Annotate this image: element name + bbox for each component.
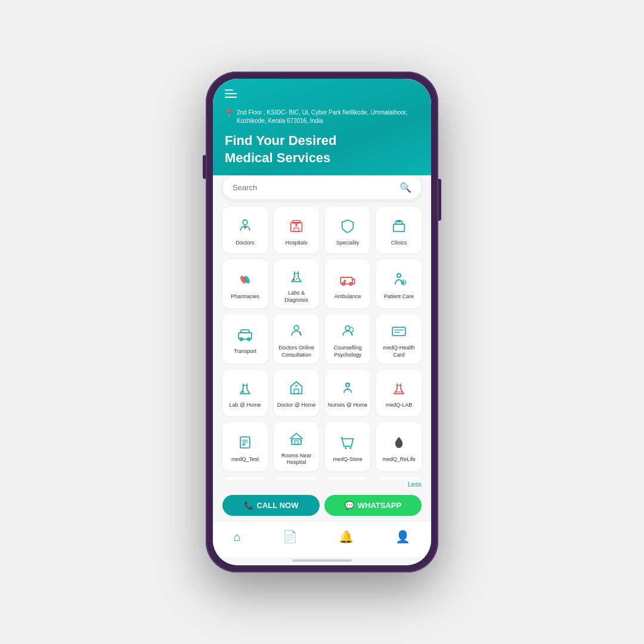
nav-document[interactable]: 📄 — [273, 527, 307, 546]
service-item-lab-home[interactable]: Lab @ Home — [222, 370, 268, 416]
bottom-nav: ⌂ 📄 🔔 👤 — [213, 521, 431, 557]
whatsapp-button[interactable]: 💬 WHATSAPP — [324, 495, 422, 516]
home-icon: ⌂ — [234, 530, 241, 544]
nav-bell[interactable]: 🔔 — [329, 527, 363, 546]
service-icon-doctors-online — [286, 320, 307, 342]
service-icon-transport — [234, 324, 256, 345]
search-input[interactable] — [233, 183, 400, 192]
service-icon-ambulance — [337, 269, 358, 290]
service-label-counselling: Counselling Psychology — [327, 345, 368, 358]
svg-point-29 — [299, 334, 301, 335]
service-label-labs: Labs & Diagnosis — [276, 290, 317, 304]
svg-point-27 — [294, 326, 299, 330]
service-icon-clinics — [388, 215, 410, 237]
service-label-doctors-online: Doctors Online Consultation — [276, 345, 317, 358]
whatsapp-icon: 💬 — [345, 501, 354, 510]
svg-point-30 — [345, 326, 350, 331]
service-label-medq-store: medQ-Store — [333, 456, 362, 463]
service-icon-labs — [286, 265, 307, 287]
service-item-pharmacies[interactable]: Pharmacies — [222, 259, 268, 308]
app-header: 📍 2nd Floor , KSIDC- BIC, UL Cyber Park … — [213, 79, 431, 186]
services-grid: DoctorsHospitalsSpecialityClinicsPharmac… — [222, 207, 422, 479]
service-icon-nurses-home — [337, 377, 358, 399]
main-content: DoctorsHospitalsSpecialityClinicsPharmac… — [213, 200, 431, 479]
service-item-doctor-home[interactable]: Doctor @ Home — [274, 370, 319, 416]
svg-point-36 — [242, 391, 244, 393]
call-now-button[interactable]: 📞 CALL NOW — [222, 495, 320, 516]
service-item-doctors[interactable]: Doctors — [222, 207, 268, 253]
service-item-ambulance[interactable]: Ambulance — [325, 259, 370, 308]
service-icon-doctor-home — [286, 377, 307, 399]
service-icon-patient-care — [388, 269, 410, 290]
svg-point-54 — [349, 447, 351, 448]
profile-icon: 👤 — [395, 530, 410, 544]
svg-rect-8 — [394, 224, 405, 231]
service-label-medq-lab: medQ-LAB — [386, 402, 413, 409]
service-icon-doctors — [234, 215, 256, 237]
svg-rect-32 — [392, 327, 405, 336]
service-item-medq-lab[interactable]: medQ-LAB — [376, 370, 422, 416]
service-item-doctors-online[interactable]: Doctors Online Consultation — [274, 314, 319, 363]
service-icon-pharmacies — [234, 269, 256, 290]
service-label-nurses-home: Nurses @ Home — [328, 402, 368, 409]
location-text: 2nd Floor , KSIDC- BIC, UL Cyber Park Ne… — [237, 109, 419, 125]
svg-rect-50 — [295, 441, 298, 444]
service-item-health-card[interactable]: medQ-Health Card — [376, 314, 422, 363]
less-text[interactable]: Less — [213, 479, 431, 490]
service-item-rooms-near[interactable]: Rooms Near Hospital — [274, 422, 319, 471]
service-icon-medq-lab — [388, 377, 410, 399]
service-label-medq-relife: medQ_ReLife — [382, 456, 416, 463]
location-icon: 📍 — [225, 109, 234, 117]
service-icon-counselling — [337, 320, 358, 342]
nav-profile[interactable]: 👤 — [386, 527, 420, 546]
service-item-medq-test[interactable]: medQ_Test — [222, 422, 268, 471]
svg-rect-49 — [292, 439, 301, 444]
service-item-medq-store[interactable]: medQ-Store — [325, 422, 370, 471]
phone-screen: 📍 2nd Floor , KSIDC- BIC, UL Cyber Park … — [213, 79, 431, 565]
service-icon-lab-home — [234, 377, 256, 399]
search-container: 🔍 — [213, 175, 431, 200]
service-item-medq-relife[interactable]: medQ_ReLife — [376, 422, 422, 471]
svg-point-14 — [296, 278, 298, 280]
service-icon-rooms-near — [286, 428, 307, 450]
service-icon-medq-store — [337, 432, 358, 453]
headline: Find Your Desired Medical Services — [225, 132, 419, 166]
service-label-clinics: Clinics — [391, 240, 407, 247]
home-bar — [292, 559, 352, 562]
service-label-doctor-home: Doctor @ Home — [277, 402, 316, 409]
svg-point-28 — [299, 332, 301, 333]
service-icon-medq-test — [234, 432, 256, 453]
service-label-pharmacies: Pharmacies — [231, 293, 259, 301]
service-label-patient-care: Patient Care — [384, 293, 414, 301]
search-icon[interactable]: 🔍 — [400, 182, 411, 193]
service-label-doctors: Doctors — [236, 240, 254, 247]
svg-point-20 — [397, 274, 401, 277]
service-label-lab-home: Lab @ Home — [229, 402, 261, 409]
svg-rect-9 — [397, 220, 401, 222]
service-item-speciality[interactable]: Speciality — [325, 207, 370, 253]
service-icon-hospitals — [286, 215, 307, 237]
service-item-nurses-home[interactable]: Nurses @ Home — [325, 370, 370, 416]
svg-point-31 — [351, 335, 352, 336]
service-item-patient-care[interactable]: Patient Care — [376, 259, 422, 308]
service-item-hospitals[interactable]: Hospitals — [274, 207, 319, 253]
svg-rect-45 — [240, 436, 250, 448]
service-icon-speciality — [337, 215, 358, 237]
document-icon: 📄 — [283, 530, 298, 544]
service-label-speciality: Speciality — [336, 240, 360, 247]
phone-icon: 📞 — [244, 501, 253, 510]
service-label-transport: Transport — [234, 348, 256, 355]
svg-line-55 — [341, 436, 342, 438]
service-item-transport[interactable]: Transport — [222, 314, 268, 363]
service-item-counselling[interactable]: Counselling Psychology — [325, 314, 370, 363]
hamburger-menu[interactable] — [225, 89, 237, 98]
service-item-clinics[interactable]: Clinics — [376, 207, 422, 253]
cta-bar: 📞 CALL NOW 💬 WHATSAPP — [213, 490, 431, 521]
search-bar[interactable]: 🔍 — [222, 175, 422, 200]
nav-home[interactable]: ⌂ — [224, 528, 250, 546]
service-label-ambulance: Ambulance — [334, 293, 361, 301]
service-label-health-card: medQ-Health Card — [379, 345, 419, 358]
svg-rect-4 — [294, 228, 299, 231]
svg-point-53 — [345, 447, 346, 448]
service-item-labs[interactable]: Labs & Diagnosis — [274, 259, 319, 308]
